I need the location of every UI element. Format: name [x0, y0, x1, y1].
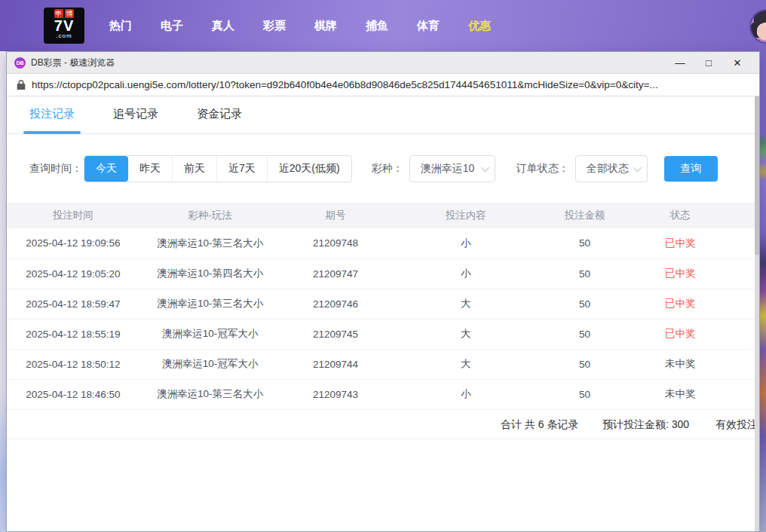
- cell-issue: 21209748: [280, 228, 391, 258]
- header-issue: 期号: [280, 203, 391, 228]
- cell-issue: 21209744: [280, 349, 391, 379]
- cell-amount: 50: [541, 349, 629, 379]
- header-bet-time: 投注时间: [7, 203, 139, 228]
- time-option-7days[interactable]: 近7天: [216, 156, 267, 182]
- main-nav: 热门 电子 真人 彩票 棋牌 捕鱼 体育 优惠: [95, 0, 505, 51]
- summary-bar: 合计 共 6 条记录 预计投注金额: 300 有效投注金额: 300: [7, 409, 759, 439]
- cell-issue: 21209747: [280, 258, 391, 289]
- nav-item-lottery[interactable]: 彩票: [249, 19, 300, 33]
- table-row: 2025-04-12 18:46:50 澳洲幸运10-第三名大小 2120974…: [7, 379, 759, 409]
- lock-icon: [17, 80, 26, 90]
- table-row: 2025-04-12 18:55:19 澳洲幸运10-冠军大小 21209745…: [7, 319, 759, 349]
- lottery-select-value: 澳洲幸运10: [421, 162, 475, 176]
- url-text[interactable]: https://ctopcp02pcali.uengi5e.com/lotter…: [32, 79, 658, 90]
- cell-time: 2025-04-12 18:46:50: [7, 379, 139, 409]
- cell-game: 澳洲幸运10-冠军大小: [139, 349, 281, 379]
- cell-issue: 21209745: [280, 319, 391, 349]
- table-row: 2025-04-12 19:09:56 澳洲幸运10-第三名大小 2120974…: [7, 228, 759, 258]
- cell-content: 小: [391, 258, 541, 289]
- tab-chase-records[interactable]: 追号记录: [113, 96, 158, 134]
- site-logo[interactable]: 申 博 7V .com: [44, 8, 84, 44]
- header-game-play: 彩种-玩法: [139, 203, 281, 228]
- page-behind-left-strip: [0, 51, 6, 532]
- window-controls: — □ ✕: [666, 52, 752, 73]
- table-row: 2025-04-12 18:59:47 澳洲幸运10-第三名大小 2120974…: [7, 289, 759, 319]
- cell-game: 澳洲幸运10-第四名大小: [139, 258, 281, 289]
- query-button[interactable]: 查询: [664, 156, 718, 182]
- header-status: 状态: [628, 203, 732, 228]
- cell-status: 已中奖: [628, 228, 732, 258]
- cell-content: 大: [391, 289, 541, 319]
- cell-amount: 50: [541, 319, 629, 349]
- cell-status: 未中奖: [628, 379, 732, 409]
- cell-time: 2025-04-12 18:55:19: [7, 319, 139, 349]
- nav-item-hot[interactable]: 热门: [95, 19, 146, 33]
- cell-time: 2025-04-12 18:59:47: [7, 289, 139, 319]
- time-option-today[interactable]: 今天: [84, 156, 128, 182]
- tab-bet-records[interactable]: 投注记录: [29, 96, 75, 134]
- cell-amount: 50: [541, 258, 629, 289]
- nav-item-slots[interactable]: 电子: [146, 19, 198, 33]
- cell-time: 2025-04-12 19:05:20: [7, 258, 139, 289]
- time-filter-label: 查询时间：: [29, 162, 82, 176]
- cell-content: 小: [391, 228, 541, 258]
- cell-status: 已中奖: [628, 258, 732, 289]
- maximize-icon[interactable]: □: [694, 52, 723, 73]
- cell-status: 未中奖: [628, 349, 732, 379]
- header-bet-content: 投注内容: [391, 203, 541, 228]
- cell-amount: 50: [541, 289, 629, 319]
- casino-top-navbar: 申 博 7V .com 热门 电子 真人 彩票 棋牌 捕鱼 体育 优惠: [0, 0, 766, 51]
- time-option-yesterday[interactable]: 昨天: [128, 156, 172, 182]
- cell-game: 澳洲幸运10-第三名大小: [139, 379, 281, 409]
- window-titlebar[interactable]: DB DB彩票 - 极速浏览器 — □ ✕: [7, 52, 759, 74]
- nav-item-sports[interactable]: 体育: [403, 19, 454, 33]
- tab-fund-records[interactable]: 资金记录: [197, 96, 242, 134]
- cell-content: 小: [391, 379, 541, 409]
- order-status-value: 全部状态: [587, 162, 629, 176]
- nav-item-fishing[interactable]: 捕鱼: [351, 19, 403, 33]
- chevron-down-icon: [480, 164, 489, 172]
- lottery-record-page: 投注记录 追号记录 资金记录 查询时间： 今天 昨天 前天 近7天 近20天(低…: [7, 96, 759, 531]
- minimize-icon[interactable]: —: [666, 52, 694, 73]
- user-avatar[interactable]: [749, 9, 766, 44]
- nav-item-promo[interactable]: 优惠: [454, 19, 505, 33]
- lottery-select[interactable]: 澳洲幸运10: [409, 155, 495, 182]
- close-icon[interactable]: ✕: [723, 52, 752, 73]
- order-status-select[interactable]: 全部状态: [575, 155, 648, 182]
- time-range-group: 今天 昨天 前天 近7天 近20天(低频): [84, 155, 352, 182]
- filter-bar: 查询时间： 今天 昨天 前天 近7天 近20天(低频) 彩种： 澳洲幸运10 订…: [7, 155, 759, 182]
- cell-game: 澳洲幸运10-第三名大小: [139, 289, 281, 319]
- desktop-background: 申 博 7V .com 热门 电子 真人 彩票 棋牌 捕鱼 体育 优惠 DB D…: [0, 0, 766, 532]
- cell-status: 已中奖: [628, 319, 732, 349]
- table-header-row: 投注时间 彩种-玩法 期号 投注内容 投注金额 状态: [7, 203, 759, 228]
- nav-item-live[interactable]: 真人: [198, 19, 249, 33]
- summary-total-records: 合计 共 6 条记录: [501, 409, 578, 439]
- time-option-20days[interactable]: 近20天(低频): [267, 156, 351, 182]
- summary-valid-amount: 有效投注金额: 300: [715, 409, 759, 439]
- time-option-day-before[interactable]: 前天: [172, 156, 216, 182]
- cell-content: 大: [391, 319, 541, 349]
- cell-game: 澳洲幸运10-第三名大小: [139, 228, 281, 258]
- browser-window: DB DB彩票 - 极速浏览器 — □ ✕ https://ctopcp02pc…: [6, 51, 760, 532]
- summary-expected-amount: 预计投注金额: 300: [602, 409, 689, 439]
- db-favicon-icon: DB: [14, 57, 26, 69]
- chevron-down-icon: [633, 164, 641, 172]
- window-scrollbar[interactable]: [755, 96, 759, 531]
- cell-status: 已中奖: [628, 289, 732, 319]
- cell-amount: 50: [541, 379, 629, 409]
- bet-records-table: 投注时间 彩种-玩法 期号 投注内容 投注金额 状态 2025-04-12 19…: [7, 203, 759, 410]
- window-title: DB彩票 - 极速浏览器: [31, 57, 666, 69]
- nav-item-cards[interactable]: 棋牌: [300, 19, 351, 33]
- cell-amount: 50: [541, 228, 629, 258]
- record-tabs: 投注记录 追号记录 资金记录: [7, 96, 759, 134]
- cell-time: 2025-04-12 19:09:56: [7, 228, 139, 258]
- cell-issue: 21209746: [280, 289, 391, 319]
- cell-issue: 21209743: [280, 379, 391, 409]
- cell-content: 大: [391, 349, 541, 379]
- cell-time: 2025-04-12 18:50:12: [7, 349, 139, 379]
- table-row: 2025-04-12 18:50:12 澳洲幸运10-冠军大小 21209744…: [7, 349, 759, 379]
- address-bar[interactable]: https://ctopcp02pcali.uengi5e.com/lotter…: [7, 74, 759, 96]
- status-filter-label: 订单状态：: [516, 162, 569, 176]
- page-behind-right-strip: [760, 51, 766, 532]
- scrollbar-thumb[interactable]: [755, 96, 759, 255]
